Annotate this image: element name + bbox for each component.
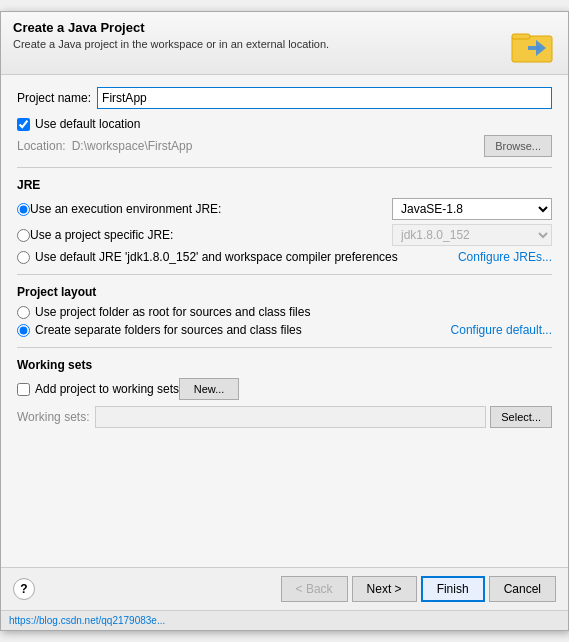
dialog-title-area: Create a Java Project Create a Java proj… — [13, 20, 498, 50]
next-button[interactable]: Next > — [352, 576, 417, 602]
select-button[interactable]: Select... — [490, 406, 552, 428]
configure-default-link[interactable]: Configure default... — [451, 323, 552, 337]
project-name-row: Project name: — [17, 87, 552, 109]
browse-button[interactable]: Browse... — [484, 135, 552, 157]
layout-option2-row: Create separate folders for sources and … — [17, 323, 552, 337]
jre-environment-label: Use an execution environment JRE: — [30, 202, 221, 216]
working-sets-input-row: Working sets: Select... — [17, 406, 552, 428]
project-name-input[interactable] — [97, 87, 552, 109]
svg-rect-1 — [512, 34, 530, 39]
jre-option3-row: Use default JRE 'jdk1.8.0_152' and works… — [17, 250, 552, 264]
jre-project-radio[interactable] — [17, 229, 30, 242]
project-layout-title: Project layout — [17, 285, 552, 299]
finish-button[interactable]: Finish — [421, 576, 485, 602]
jre-environment-select[interactable]: JavaSE-1.8 — [392, 198, 552, 220]
dialog-title: Create a Java Project — [13, 20, 498, 35]
jre-option1-left: Use an execution environment JRE: — [17, 202, 392, 216]
create-java-project-dialog: Create a Java Project Create a Java proj… — [0, 11, 569, 631]
java-project-icon — [508, 20, 556, 68]
divider-3 — [17, 347, 552, 348]
dialog-body: Project name: Use default location Locat… — [1, 75, 568, 567]
footer-buttons: < Back Next > Finish Cancel — [281, 576, 556, 602]
help-button[interactable]: ? — [13, 578, 35, 600]
use-default-location-row: Use default location — [17, 117, 552, 131]
divider-2 — [17, 274, 552, 275]
jre-section-title: JRE — [17, 178, 552, 192]
use-default-location-label: Use default location — [35, 117, 140, 131]
jre-project-select[interactable]: jdk1.8.0_152 — [392, 224, 552, 246]
jre-project-label: Use a project specific JRE: — [30, 228, 173, 242]
layout-root-radio[interactable] — [17, 306, 30, 319]
status-url: https://blog.csdn.net/qq2179083e... — [9, 615, 165, 626]
svg-rect-3 — [528, 46, 540, 50]
jre-option2-left: Use a project specific JRE: — [17, 228, 392, 242]
working-sets-title: Working sets — [17, 358, 552, 372]
working-sets-input[interactable] — [95, 406, 486, 428]
jre-default-radio[interactable] — [17, 251, 30, 264]
location-label: Location: — [17, 139, 66, 153]
configure-jres-link[interactable]: Configure JREs... — [458, 250, 552, 264]
location-row: Location: D:\workspace\FirstApp Browse..… — [17, 135, 552, 157]
dialog-footer: ? < Back Next > Finish Cancel — [1, 567, 568, 610]
dialog-subtitle: Create a Java project in the workspace o… — [13, 38, 498, 50]
working-sets-label: Working sets: — [17, 410, 89, 424]
add-working-sets-label: Add project to working sets — [35, 382, 179, 396]
status-bar: https://blog.csdn.net/qq2179083e... — [1, 610, 568, 630]
jre-environment-radio[interactable] — [17, 203, 30, 216]
layout-root-label: Use project folder as root for sources a… — [35, 305, 310, 319]
layout-separate-radio[interactable] — [17, 324, 30, 337]
layout-separate-label: Create separate folders for sources and … — [35, 323, 451, 337]
add-working-sets-checkbox[interactable] — [17, 383, 30, 396]
working-sets-left: Add project to working sets — [17, 382, 179, 396]
project-name-label: Project name: — [17, 91, 91, 105]
divider-1 — [17, 167, 552, 168]
jre-option2-row: Use a project specific JRE: jdk1.8.0_152 — [17, 224, 552, 246]
jre-default-label: Use default JRE 'jdk1.8.0_152' and works… — [35, 250, 458, 264]
dialog-header: Create a Java Project Create a Java proj… — [1, 12, 568, 75]
working-sets-add-row: Add project to working sets New... — [17, 378, 552, 400]
new-button[interactable]: New... — [179, 378, 239, 400]
location-value: D:\workspace\FirstApp — [72, 139, 484, 153]
use-default-location-checkbox[interactable] — [17, 118, 30, 131]
layout-option1-row: Use project folder as root for sources a… — [17, 305, 552, 319]
jre-option1-row: Use an execution environment JRE: JavaSE… — [17, 198, 552, 220]
cancel-button[interactable]: Cancel — [489, 576, 556, 602]
back-button[interactable]: < Back — [281, 576, 348, 602]
